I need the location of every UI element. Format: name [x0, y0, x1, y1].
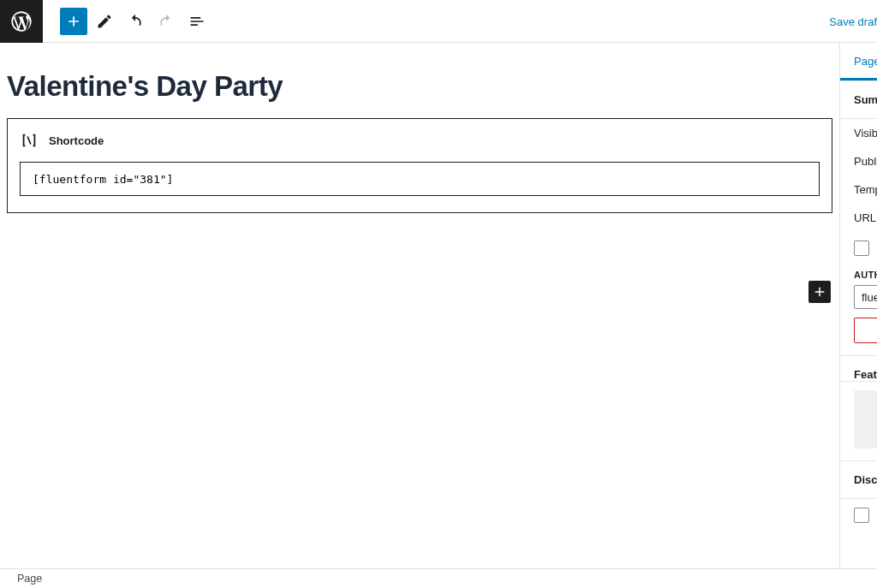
settings-sidebar: Page Summ Visibi Publis Temp URL AUTHO f… [839, 43, 877, 568]
sidebar-summary-heading[interactable]: Summ [840, 81, 877, 119]
sidebar-row-url[interactable]: URL [854, 204, 877, 232]
edit-mode-button[interactable] [91, 9, 118, 34]
save-draft-button[interactable]: Save draf [829, 0, 877, 43]
sidebar-trash-button[interactable] [854, 318, 877, 343]
shortcode-icon [20, 131, 39, 150]
sidebar-tabs: Page [840, 43, 877, 81]
add-block-toolbar-button[interactable] [60, 8, 87, 35]
sidebar-discussion-heading[interactable]: Discu [840, 461, 877, 499]
wordpress-icon [9, 9, 33, 33]
sidebar-author-select[interactable]: fluen [854, 285, 877, 309]
sidebar-row-visibility[interactable]: Visibi [854, 119, 877, 147]
top-toolbar: Save draf [0, 0, 877, 43]
sidebar-pending-review-row[interactable] [840, 232, 877, 264]
undo-button[interactable] [122, 9, 149, 34]
editor-column: Valentine's Day Party Shortcode [0, 43, 839, 568]
sidebar-row-template[interactable]: Temp [854, 175, 877, 204]
sidebar-featured-heading[interactable]: Featu [840, 356, 877, 382]
featured-image-placeholder[interactable] [854, 390, 877, 448]
sidebar-discussion-checkbox-row[interactable] [840, 499, 877, 532]
sidebar-author-label: AUTHO [840, 264, 877, 283]
editor-breadcrumb: Page [0, 568, 877, 588]
breadcrumb-item[interactable]: Page [17, 573, 42, 585]
shortcode-block[interactable]: Shortcode [7, 118, 832, 213]
toolbar-left-group [43, 8, 211, 35]
undo-icon [127, 13, 144, 30]
shortcode-block-label: Shortcode [49, 134, 104, 147]
tab-page[interactable]: Page [840, 43, 877, 80]
checkbox-icon[interactable] [854, 241, 869, 256]
shortcode-textarea[interactable] [20, 162, 820, 196]
plus-icon [65, 13, 82, 30]
plus-icon [812, 284, 827, 300]
wordpress-logo-button[interactable] [0, 0, 43, 43]
sidebar-row-publish[interactable]: Publis [854, 147, 877, 175]
pencil-icon [96, 13, 113, 30]
editor-wrap: Valentine's Day Party Shortcode [0, 43, 839, 213]
redo-button[interactable] [152, 9, 180, 34]
shortcode-block-header: Shortcode [20, 131, 820, 150]
page-title-input[interactable]: Valentine's Day Party [7, 60, 832, 118]
document-overview-button[interactable] [183, 9, 211, 34]
checkbox-icon[interactable] [854, 508, 869, 523]
list-icon [188, 13, 206, 30]
add-block-inline-button[interactable] [808, 281, 831, 303]
redo-icon [158, 13, 175, 30]
main-area: Valentine's Day Party Shortcode Page Sum… [0, 43, 877, 568]
